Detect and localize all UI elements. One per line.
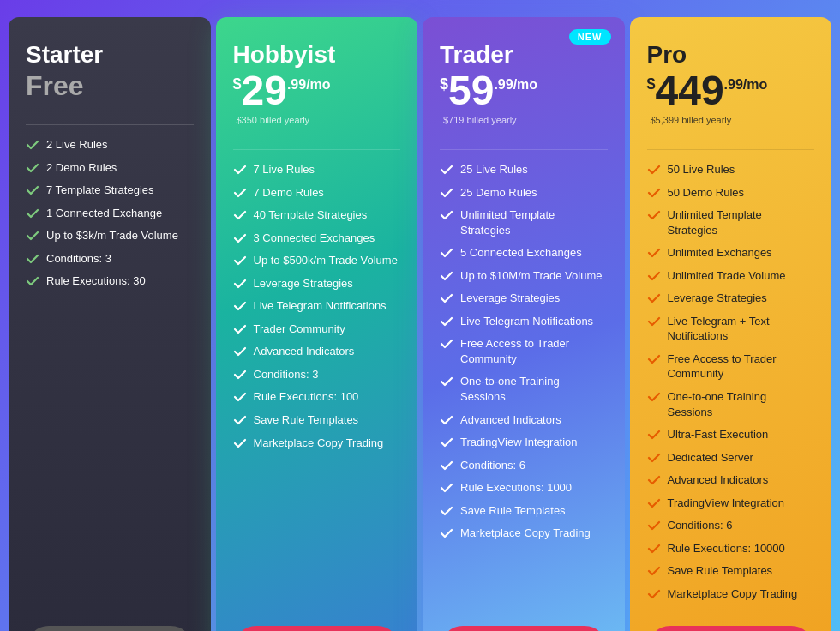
- trader-title: Trader: [440, 41, 608, 69]
- check-icon: [233, 277, 247, 291]
- list-item: Unlimited Trade Volume: [647, 268, 815, 284]
- check-icon: [647, 473, 661, 487]
- feature-text: Live Telegram Notifications: [460, 314, 593, 329]
- trader-new-badge: NEW: [569, 29, 611, 45]
- hobbyist-amount: 29: [242, 70, 287, 111]
- feature-text: Rule Executions: 100: [254, 389, 359, 405]
- check-icon: [233, 231, 247, 245]
- feature-text: 5 Connected Exchanges: [460, 245, 582, 261]
- hobbyist-features: 7 Live Rules 7 Demo Rules 40 Template St…: [233, 162, 401, 609]
- check-icon: [647, 208, 661, 222]
- list-item: TradingView Integration: [440, 435, 608, 450]
- list-item: 3 Connected Exchanges: [233, 231, 401, 246]
- list-item: One-to-one Training Sessions: [440, 374, 608, 404]
- check-icon: [233, 163, 247, 177]
- hobbyist-decimal-mo: .99/mo: [287, 77, 331, 93]
- feature-text: One-to-one Training Sessions: [668, 389, 815, 419]
- plan-hobbyist: Hobbyist $ 29 .99/mo $350 billed yearly …: [216, 17, 418, 631]
- trader-cta-button[interactable]: Get Trader Now +: [440, 626, 608, 631]
- trader-price-row: $ 59 .99/mo: [440, 70, 608, 111]
- check-icon: [440, 337, 453, 351]
- feature-text: Rule Executions: 30: [46, 273, 146, 289]
- feature-text: Free Access to Trader Community: [668, 352, 815, 382]
- feature-text: Conditions: 6: [460, 458, 525, 473]
- pro-cta-button[interactable]: Get Pro Now +: [647, 626, 815, 631]
- feature-text: Up to $3k/m Trade Volume: [46, 228, 178, 243]
- list-item: Rule Executions: 1000: [440, 480, 608, 496]
- hobbyist-divider: [233, 149, 401, 150]
- check-icon: [233, 345, 247, 358]
- feature-text: Save Rule Templates: [668, 563, 773, 579]
- hobbyist-price-row: $ 29 .99/mo: [233, 70, 401, 111]
- list-item: 1 Connected Exchange: [26, 206, 194, 221]
- list-item: Leverage Strategies: [440, 291, 608, 306]
- check-icon: [233, 368, 247, 382]
- list-item: Up to $3k/m Trade Volume: [26, 228, 194, 243]
- feature-text: TradingView Integration: [668, 496, 785, 511]
- list-item: Advanced Indicators: [440, 412, 608, 428]
- check-icon: [440, 526, 453, 540]
- check-icon: [233, 413, 247, 427]
- plan-trader: NEW Trader $ 59 .99/mo $719 billed yearl…: [423, 17, 625, 631]
- list-item: 5 Connected Exchanges: [440, 245, 608, 261]
- list-item: Trader Community: [233, 322, 401, 337]
- feature-text: Up to $500k/m Trade Volume: [254, 253, 398, 268]
- feature-text: Save Rule Templates: [254, 412, 359, 428]
- list-item: Up to $500k/m Trade Volume: [233, 253, 401, 268]
- check-icon: [26, 207, 39, 220]
- check-icon: [26, 183, 39, 197]
- plan-starter: Starter Free 2 Live Rules 2 Demo Rules 7…: [9, 17, 211, 631]
- starter-cta-button[interactable]: Get Free Now +: [26, 626, 194, 631]
- list-item: TradingView Integration: [647, 496, 815, 511]
- feature-text: 3 Connected Exchanges: [254, 231, 375, 246]
- list-item: Unlimited Template Strategies: [647, 207, 815, 237]
- feature-text: Advanced Indicators: [254, 344, 355, 359]
- list-item: Conditions: 3: [26, 251, 194, 267]
- list-item: Live Telegram Notifications: [233, 298, 401, 314]
- feature-text: 7 Demo Rules: [254, 185, 324, 201]
- list-item: Conditions: 6: [647, 518, 815, 533]
- list-item: Live Telegram + Text Notifications: [647, 314, 815, 344]
- pro-title: Pro: [647, 41, 815, 69]
- check-icon: [26, 252, 39, 266]
- list-item: Save Rule Templates: [647, 563, 815, 579]
- check-icon: [440, 459, 453, 472]
- check-icon: [233, 254, 247, 267]
- feature-text: 7 Live Rules: [254, 162, 315, 177]
- check-icon: [647, 587, 661, 601]
- pro-amount: 449: [656, 70, 724, 111]
- feature-text: 40 Template Strategies: [254, 207, 368, 223]
- pro-divider: [647, 149, 815, 150]
- check-icon: [233, 390, 247, 404]
- feature-text: Leverage Strategies: [460, 291, 560, 306]
- list-item: Rule Executions: 100: [233, 389, 401, 405]
- feature-text: 2 Demo Rules: [46, 160, 117, 176]
- hobbyist-title: Hobbyist: [233, 41, 401, 69]
- check-icon: [440, 413, 453, 427]
- hobbyist-billed: $350 billed yearly: [237, 115, 401, 125]
- feature-text: 2 Live Rules: [46, 137, 108, 153]
- list-item: Dedicated Server: [647, 450, 815, 466]
- check-icon: [26, 274, 39, 288]
- feature-text: Save Rule Templates: [460, 503, 566, 519]
- list-item: Ultra-Fast Execution: [647, 427, 815, 442]
- feature-text: Ultra-Fast Execution: [668, 427, 769, 442]
- list-item: Save Rule Templates: [233, 412, 401, 428]
- check-icon: [233, 208, 247, 222]
- check-icon: [440, 163, 453, 177]
- hobbyist-cta-button[interactable]: Get Hobbyist Now +: [233, 626, 401, 631]
- trader-currency: $: [440, 75, 448, 93]
- feature-text: 50 Live Rules: [668, 162, 735, 177]
- list-item: One-to-one Training Sessions: [647, 389, 815, 419]
- trader-amount: 59: [448, 70, 494, 111]
- feature-text: TradingView Integration: [460, 435, 578, 450]
- feature-text: Advanced Indicators: [668, 472, 769, 488]
- list-item: Unlimited Template Strategies: [440, 207, 608, 237]
- check-icon: [26, 161, 39, 175]
- list-item: 25 Live Rules: [440, 162, 608, 177]
- list-item: Marketplace Copy Trading: [647, 586, 815, 602]
- list-item: Free Access to Trader Community: [440, 336, 608, 366]
- check-icon: [647, 428, 661, 442]
- list-item: Conditions: 6: [440, 458, 608, 473]
- feature-text: 50 Demo Rules: [668, 185, 745, 201]
